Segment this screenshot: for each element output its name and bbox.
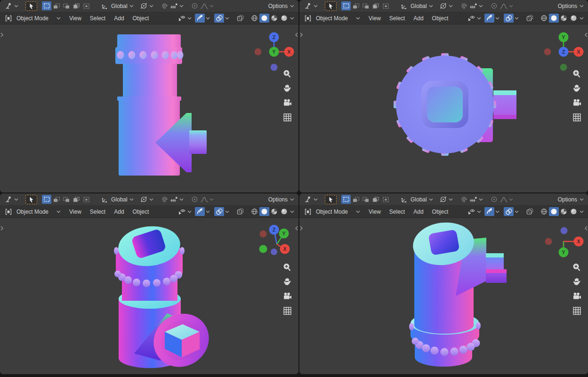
chevron-down-icon[interactable] xyxy=(508,1,514,11)
mode-select-label[interactable]: Object Mode xyxy=(314,209,349,215)
shading-rendered-button[interactable] xyxy=(569,207,579,216)
region-expand-arrow[interactable] xyxy=(584,32,588,38)
select-extend-button[interactable] xyxy=(52,1,61,10)
pivot-point-icon[interactable] xyxy=(439,195,448,204)
menu-add[interactable]: Add xyxy=(110,15,128,22)
chevron-down-icon[interactable] xyxy=(289,207,295,217)
shading-material-button[interactable] xyxy=(269,14,279,23)
overlays-toggle-button[interactable] xyxy=(214,207,224,216)
zoom-tool-button[interactable] xyxy=(572,69,582,79)
menu-add[interactable]: Add xyxy=(110,209,128,215)
tweak-select-tool-button[interactable] xyxy=(25,195,37,204)
snap-magnet-icon[interactable] xyxy=(160,195,169,204)
orientation-label[interactable]: Global xyxy=(110,3,129,9)
zoom-tool-button[interactable] xyxy=(282,262,292,273)
xray-toggle-icon[interactable] xyxy=(525,14,534,23)
falloff-curve-icon[interactable] xyxy=(499,195,508,204)
chevron-down-icon[interactable] xyxy=(129,1,135,11)
chevron-down-icon[interactable] xyxy=(579,1,584,11)
select-intersect-button[interactable] xyxy=(381,195,390,204)
active-tool-icon[interactable] xyxy=(4,195,13,204)
region-expand-arrow[interactable] xyxy=(584,225,588,231)
chevron-down-icon[interactable] xyxy=(476,14,482,23)
select-extend-button[interactable] xyxy=(351,195,361,204)
snap-target-icon[interactable] xyxy=(469,1,478,11)
menu-view[interactable]: View xyxy=(65,209,86,215)
select-subtract-button[interactable] xyxy=(361,195,371,204)
snap-magnet-icon[interactable] xyxy=(459,195,469,204)
region-expand-arrow[interactable] xyxy=(299,32,303,38)
region-expand-arrow[interactable] xyxy=(0,225,4,231)
viewport-canvas-user-a[interactable]: Z Y X xyxy=(0,218,298,374)
mode-select-label[interactable]: Object Mode xyxy=(15,209,50,215)
menu-object[interactable]: Object xyxy=(428,15,453,22)
pivot-point-icon[interactable] xyxy=(439,1,448,11)
view-axis-gizmo[interactable]: Z Y X xyxy=(250,222,296,267)
select-subtract-button[interactable] xyxy=(62,1,71,10)
shading-solid-button[interactable] xyxy=(549,14,559,23)
axis-ball-neg-y[interactable] xyxy=(259,245,267,253)
overlays-toggle-button[interactable] xyxy=(504,14,514,23)
snap-target-icon[interactable] xyxy=(169,1,179,11)
axis-ball-neg-z[interactable] xyxy=(561,227,568,234)
orientation-label[interactable]: Global xyxy=(409,3,428,9)
select-intersect-button[interactable] xyxy=(81,1,91,10)
select-box-new-button[interactable] xyxy=(42,195,51,204)
xray-toggle-icon[interactable] xyxy=(235,207,245,217)
pivot-point-icon[interactable] xyxy=(139,1,149,11)
region-expand-arrow[interactable] xyxy=(299,225,303,231)
mode-select-label[interactable]: Object Mode xyxy=(15,15,50,22)
transform-orientation-icon[interactable] xyxy=(100,1,110,11)
active-tool-icon[interactable] xyxy=(4,1,13,11)
camera-view-button[interactable] xyxy=(572,97,582,108)
axis-ball-neg-y[interactable] xyxy=(560,64,567,71)
editor-type-icon[interactable] xyxy=(4,207,13,217)
chevron-down-icon[interactable] xyxy=(179,1,185,11)
viewport-canvas-user-b[interactable]: X Y xyxy=(299,218,588,374)
menu-object[interactable]: Object xyxy=(129,209,153,215)
chevron-down-icon[interactable] xyxy=(186,207,192,217)
chevron-down-icon[interactable] xyxy=(355,207,361,217)
editor-type-icon[interactable] xyxy=(303,207,313,217)
shading-wireframe-button[interactable] xyxy=(250,14,259,23)
chevron-down-icon[interactable] xyxy=(289,195,295,204)
snap-target-icon[interactable] xyxy=(169,195,179,204)
region-expand-arrow[interactable] xyxy=(295,32,298,38)
select-invert-button[interactable] xyxy=(72,1,81,10)
chevron-down-icon[interactable] xyxy=(289,14,295,23)
pan-tool-button[interactable] xyxy=(282,276,292,287)
chevron-down-icon[interactable] xyxy=(149,195,154,204)
proportional-edit-icon[interactable] xyxy=(190,1,200,11)
chevron-down-icon[interactable] xyxy=(205,14,210,23)
chevron-down-icon[interactable] xyxy=(205,207,210,217)
options-label[interactable]: Options xyxy=(267,196,289,203)
chevron-down-icon[interactable] xyxy=(448,195,454,204)
chevron-down-icon[interactable] xyxy=(478,1,484,11)
chevron-down-icon[interactable] xyxy=(494,207,500,217)
shading-wireframe-button[interactable] xyxy=(539,207,549,216)
proportional-edit-icon[interactable] xyxy=(190,195,200,204)
object-visibility-icon[interactable] xyxy=(177,207,186,217)
chevron-down-icon[interactable] xyxy=(428,195,434,204)
falloff-curve-icon[interactable] xyxy=(200,1,209,11)
pan-tool-button[interactable] xyxy=(572,83,582,93)
view-axis-gizmo[interactable]: Z Y X xyxy=(250,28,296,73)
select-intersect-button[interactable] xyxy=(81,195,91,204)
transform-orientation-icon[interactable] xyxy=(100,195,110,204)
falloff-curve-icon[interactable] xyxy=(200,195,209,204)
menu-select[interactable]: Select xyxy=(385,15,409,22)
chevron-down-icon[interactable] xyxy=(514,207,519,217)
axis-ball-neg-x[interactable] xyxy=(255,48,262,56)
gizmos-toggle-button[interactable] xyxy=(195,14,205,23)
options-label[interactable]: Options xyxy=(267,3,289,9)
chevron-down-icon[interactable] xyxy=(224,14,230,23)
select-invert-button[interactable] xyxy=(371,195,380,204)
chevron-down-icon[interactable] xyxy=(508,195,514,204)
axis-ball-neg-z[interactable] xyxy=(271,64,278,71)
shading-wireframe-button[interactable] xyxy=(250,207,259,216)
chevron-down-icon[interactable] xyxy=(149,1,154,11)
camera-view-button[interactable] xyxy=(282,291,292,301)
chevron-down-icon[interactable] xyxy=(289,1,295,11)
pan-tool-button[interactable] xyxy=(572,276,582,287)
overlays-toggle-button[interactable] xyxy=(214,14,224,23)
